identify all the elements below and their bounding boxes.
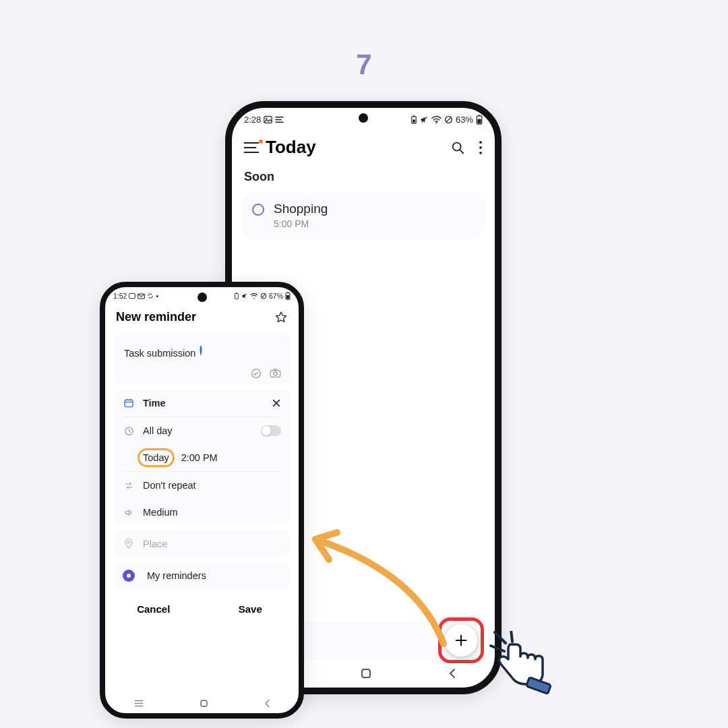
svg-rect-30 bbox=[286, 295, 289, 299]
svg-rect-34 bbox=[125, 400, 133, 406]
svg-rect-20 bbox=[129, 293, 135, 299]
place-card[interactable]: Place bbox=[113, 530, 291, 557]
battery-icon bbox=[476, 115, 483, 125]
save-button[interactable]: Save bbox=[202, 603, 299, 615]
add-button[interactable] bbox=[445, 624, 477, 657]
svg-point-39 bbox=[127, 541, 130, 543]
step-number: 7 bbox=[356, 49, 371, 81]
text-cursor-icon bbox=[197, 344, 205, 357]
cancel-button[interactable]: Cancel bbox=[105, 603, 202, 615]
svg-rect-11 bbox=[477, 119, 481, 123]
svg-rect-22 bbox=[235, 293, 238, 299]
repeat-icon bbox=[123, 481, 135, 491]
svg-rect-3 bbox=[413, 115, 415, 116]
footer-buttons: Cancel Save bbox=[105, 594, 299, 621]
mail-icon bbox=[138, 293, 145, 299]
nav-back-icon[interactable] bbox=[448, 668, 456, 679]
new-reminder-header: New reminder bbox=[105, 302, 299, 328]
sync-icon bbox=[147, 293, 154, 299]
reminder-card[interactable]: Shopping 5:00 PM bbox=[241, 192, 485, 239]
status-bar: 2:28 63% bbox=[232, 108, 495, 127]
reminder-time: 5:00 PM bbox=[274, 218, 328, 229]
svg-rect-4 bbox=[413, 120, 415, 123]
battery-pct: 63% bbox=[456, 115, 473, 125]
picture-icon bbox=[264, 115, 272, 124]
svg-rect-23 bbox=[236, 293, 237, 293]
battery-small-icon bbox=[411, 115, 417, 124]
time-label: Time bbox=[143, 398, 166, 408]
hamburger-icon[interactable] bbox=[244, 142, 259, 153]
plus-icon bbox=[454, 633, 468, 648]
svg-line-44 bbox=[495, 632, 506, 643]
screen-title: New reminder bbox=[116, 310, 196, 324]
repeat-row[interactable]: Don't repeat bbox=[113, 472, 291, 499]
status-bar: 1:52 • 67% bbox=[105, 287, 299, 302]
category-card[interactable]: My reminders bbox=[113, 562, 291, 590]
svg-line-45 bbox=[511, 631, 512, 642]
status-time: 2:28 bbox=[244, 115, 261, 125]
phone-new-reminder: 1:52 • 67% New reminder Task submission bbox=[100, 282, 304, 719]
annotation-tap-hand bbox=[485, 631, 559, 701]
checklist-icon[interactable] bbox=[251, 368, 262, 379]
complete-radio[interactable] bbox=[252, 204, 264, 216]
time-row[interactable]: Time bbox=[113, 390, 291, 417]
more-icon[interactable] bbox=[479, 141, 483, 154]
category-label: My reminders bbox=[147, 570, 206, 581]
star-icon[interactable] bbox=[274, 311, 288, 324]
svg-rect-46 bbox=[526, 677, 551, 694]
picture-icon bbox=[129, 293, 135, 299]
svg-point-15 bbox=[479, 146, 482, 149]
nav-home-icon[interactable] bbox=[200, 700, 208, 707]
page-title: Today bbox=[266, 137, 316, 158]
calendar-icon bbox=[123, 398, 135, 408]
close-icon[interactable] bbox=[272, 398, 281, 408]
battery-small-icon bbox=[234, 293, 239, 299]
place-label: Place bbox=[143, 539, 167, 549]
svg-rect-10 bbox=[479, 115, 481, 115]
clock-icon bbox=[123, 426, 135, 436]
no-signal-icon bbox=[260, 293, 267, 299]
date-chip[interactable]: Today bbox=[143, 452, 169, 463]
mute-icon bbox=[420, 115, 429, 124]
lines-icon bbox=[275, 116, 284, 123]
search-icon[interactable] bbox=[450, 140, 465, 155]
all-day-row[interactable]: All day bbox=[113, 417, 291, 444]
svg-point-6 bbox=[435, 122, 437, 123]
title-input-card[interactable]: Task submission bbox=[113, 332, 291, 386]
nav-recents-icon[interactable] bbox=[133, 700, 144, 707]
category-icon bbox=[123, 570, 135, 582]
mute-icon bbox=[241, 293, 248, 299]
svg-point-1 bbox=[266, 118, 267, 119]
svg-rect-29 bbox=[287, 292, 289, 293]
alert-label: Medium bbox=[143, 507, 178, 518]
time-chip[interactable]: 2:00 PM bbox=[181, 452, 218, 463]
reminder-text-value: Task submission bbox=[124, 348, 195, 359]
all-day-label: All day bbox=[143, 425, 173, 436]
battery-icon bbox=[285, 292, 291, 300]
time-card: Time All day Today 2:00 PM Don't repeat bbox=[113, 390, 291, 526]
nav-back-icon[interactable] bbox=[264, 699, 270, 708]
svg-line-43 bbox=[491, 646, 504, 651]
camera-icon[interactable] bbox=[270, 368, 281, 378]
svg-line-13 bbox=[460, 150, 463, 153]
alert-row[interactable]: Medium bbox=[113, 499, 291, 526]
svg-point-16 bbox=[479, 151, 482, 154]
datetime-row[interactable]: Today 2:00 PM bbox=[113, 444, 291, 471]
pin-icon bbox=[123, 538, 135, 549]
sound-icon bbox=[123, 508, 135, 518]
reminder-text-input[interactable]: Task submission bbox=[113, 332, 291, 363]
app-header: Today bbox=[232, 127, 495, 163]
all-day-toggle[interactable] bbox=[261, 425, 281, 436]
status-time: 1:52 bbox=[113, 292, 127, 300]
android-navbar bbox=[105, 696, 299, 710]
nav-home-icon[interactable] bbox=[361, 669, 371, 678]
reminder-title: Shopping bbox=[274, 202, 328, 216]
section-soon: Soon bbox=[232, 163, 495, 188]
svg-point-33 bbox=[274, 372, 277, 375]
svg-point-14 bbox=[479, 141, 482, 144]
svg-point-25 bbox=[253, 297, 255, 299]
no-signal-icon bbox=[444, 115, 453, 124]
svg-line-27 bbox=[262, 294, 266, 298]
repeat-label: Don't repeat bbox=[143, 480, 196, 491]
wifi-icon bbox=[250, 293, 258, 299]
